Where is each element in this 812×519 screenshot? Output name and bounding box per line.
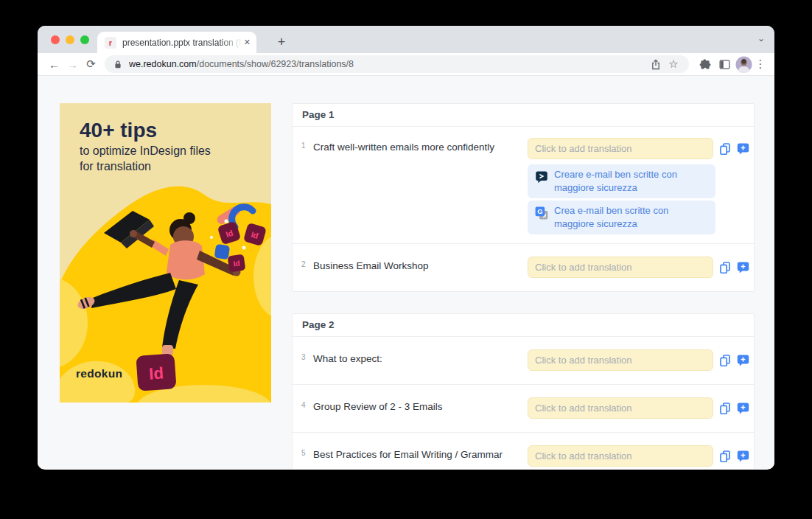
segment-source-text: Craft well-written emails more confident… bbox=[313, 138, 528, 234]
new-tab-button[interactable]: + bbox=[270, 32, 293, 53]
thumbnail-subheading-1: to optimize InDesign files bbox=[80, 144, 211, 157]
segment-source-text: Business Email Workshop bbox=[313, 257, 528, 278]
browser-window: r presentation.pptx translation (I ✕ + ⌄… bbox=[38, 26, 774, 470]
indesign-logo-small-3: Id bbox=[228, 254, 246, 273]
share-icon[interactable] bbox=[647, 59, 665, 70]
thumbnail-subheading-2: for translation bbox=[80, 160, 151, 173]
forward-icon[interactable]: → bbox=[63, 58, 82, 71]
segment-number: 1 bbox=[301, 138, 313, 234]
fullscreen-window-button[interactable] bbox=[80, 35, 89, 44]
translation-input-4[interactable] bbox=[528, 397, 713, 419]
segment-row-5: 5 Best Practices for Email Writing / Gra… bbox=[293, 432, 754, 469]
url-text: we.redokun.com/documents/show/62923/tran… bbox=[129, 59, 647, 69]
desktop-background: r presentation.pptx translation (I ✕ + ⌄… bbox=[0, 0, 812, 519]
copy-source-icon[interactable] bbox=[719, 402, 731, 414]
side-panel-icon[interactable] bbox=[715, 55, 734, 74]
copy-source-icon[interactable] bbox=[719, 261, 731, 274]
suggestion-deepl[interactable]: Creare e-mail ben scritte con maggiore s… bbox=[528, 164, 715, 198]
copy-source-icon[interactable] bbox=[719, 450, 731, 462]
redokun-favicon-icon: r bbox=[105, 37, 116, 49]
document-preview-thumbnail: 40+ tips to optimize InDesign files for … bbox=[60, 103, 271, 403]
browser-tab[interactable]: r presentation.pptx translation (I ✕ bbox=[97, 32, 256, 53]
segment-source-text: Best Practices for Email Writing / Gramm… bbox=[313, 445, 528, 467]
profile-avatar[interactable] bbox=[734, 55, 753, 74]
translation-input-3[interactable] bbox=[528, 349, 713, 371]
deepl-icon bbox=[535, 170, 548, 184]
svg-text:Id: Id bbox=[233, 259, 240, 268]
google-translate-icon: G bbox=[535, 206, 548, 220]
chevron-down-icon[interactable]: ⌄ bbox=[757, 33, 765, 43]
translation-segments-panel: Page 1 1 Craft well-written emails more … bbox=[292, 103, 755, 469]
close-tab-icon[interactable]: ✕ bbox=[244, 38, 251, 47]
url-host: we.redokun.com bbox=[129, 59, 197, 69]
menu-kebab-icon[interactable]: ⋮ bbox=[753, 58, 768, 71]
add-comment-icon[interactable] bbox=[737, 142, 749, 155]
segment-number: 3 bbox=[301, 349, 313, 371]
segment-number: 4 bbox=[301, 397, 313, 419]
add-comment-icon[interactable] bbox=[737, 261, 749, 274]
page-2-header: Page 2 bbox=[293, 314, 754, 337]
lock-icon bbox=[113, 60, 123, 69]
translation-input-2[interactable] bbox=[528, 257, 713, 278]
segment-source-text: Group Review of 2 - 3 Emails bbox=[313, 397, 528, 419]
window-controls bbox=[51, 35, 89, 44]
segment-row-3: 3 What to expect: bbox=[293, 337, 754, 384]
svg-text:G: G bbox=[537, 207, 542, 215]
copy-source-icon[interactable] bbox=[719, 354, 731, 366]
bookmark-star-icon[interactable]: ☆ bbox=[665, 58, 682, 71]
page-2-section: Page 2 3 What to expect: bbox=[292, 313, 755, 469]
segment-row-2: 2 Business Email Workshop bbox=[293, 243, 754, 291]
segment-number: 2 bbox=[301, 257, 313, 278]
address-bar[interactable]: we.redokun.com/documents/show/62923/tran… bbox=[105, 55, 689, 73]
blue-box-shape bbox=[214, 244, 230, 260]
suggestion-google-translate[interactable]: G Crea e-mail ben scritte con maggiore s… bbox=[528, 201, 715, 234]
add-comment-icon[interactable] bbox=[737, 450, 749, 462]
segment-row-4: 4 Group Review of 2 - 3 Emails bbox=[293, 384, 754, 432]
back-icon[interactable]: ← bbox=[45, 58, 63, 71]
segment-row-1: 1 Craft well-written emails more confide… bbox=[293, 127, 754, 243]
indesign-logo-large: Id bbox=[136, 353, 176, 391]
close-window-button[interactable] bbox=[51, 35, 60, 44]
copy-source-icon[interactable] bbox=[719, 142, 731, 155]
page-1-header: Page 1 bbox=[293, 104, 754, 127]
tab-strip: r presentation.pptx translation (I ✕ + ⌄ bbox=[38, 26, 774, 53]
translation-input-5[interactable] bbox=[528, 445, 713, 467]
add-comment-icon[interactable] bbox=[737, 354, 749, 366]
segment-source-text: What to expect: bbox=[313, 349, 528, 371]
thumbnail-heading: 40+ tips bbox=[80, 119, 157, 142]
suggestion-text: Creare e-mail ben scritte con maggiore s… bbox=[554, 168, 710, 194]
extensions-puzzle-icon[interactable] bbox=[696, 55, 715, 74]
browser-toolbar: ← → ⟳ we.redokun.com/documents/show/6292… bbox=[38, 53, 774, 76]
redokun-translation-page: 40+ tips to optimize InDesign files for … bbox=[38, 76, 774, 469]
minimize-window-button[interactable] bbox=[66, 35, 74, 44]
page-1-section: Page 1 1 Craft well-written emails more … bbox=[292, 103, 755, 292]
slide-illustration: 40+ tips to optimize InDesign files for … bbox=[60, 103, 271, 403]
translation-input-1[interactable] bbox=[528, 138, 713, 159]
add-comment-icon[interactable] bbox=[737, 402, 749, 414]
svg-text:Id: Id bbox=[148, 363, 164, 383]
segment-number: 5 bbox=[301, 445, 313, 467]
url-path: /documents/show/62923/translations/8 bbox=[197, 59, 354, 69]
suggestion-text: Crea e-mail ben scritte con maggiore sic… bbox=[554, 204, 710, 230]
redokun-brand-wordmark: redokun bbox=[76, 367, 122, 380]
tab-title: presentation.pptx translation (I bbox=[122, 38, 242, 48]
reload-icon[interactable]: ⟳ bbox=[82, 58, 100, 71]
